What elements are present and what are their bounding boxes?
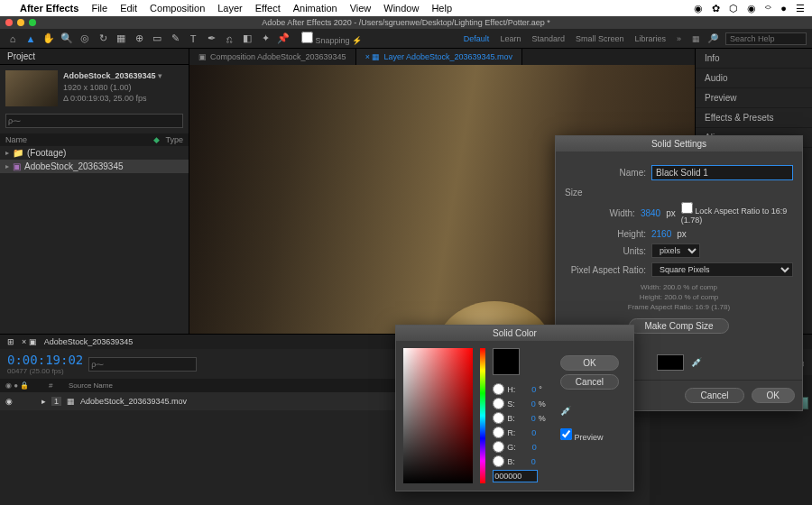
- stamp-tool-icon[interactable]: ⎌: [222, 32, 236, 46]
- render-queue-icon[interactable]: ⊞: [7, 337, 14, 346]
- tab-composition[interactable]: ▣ Composition AdobeStock_203639345: [189, 49, 356, 65]
- color-swatch[interactable]: [657, 354, 684, 371]
- camera-tool-icon[interactable]: ▦: [114, 32, 128, 46]
- units-select[interactable]: pixels: [651, 243, 700, 258]
- hue-slider[interactable]: [480, 348, 485, 483]
- menu-effect[interactable]: Effect: [255, 3, 281, 14]
- menu-layer[interactable]: Layer: [217, 3, 243, 14]
- minimize-icon[interactable]: [17, 19, 24, 26]
- ok-button[interactable]: OK: [752, 388, 795, 403]
- menu-composition[interactable]: Composition: [150, 3, 205, 14]
- menu-view[interactable]: View: [350, 3, 372, 14]
- menu-file[interactable]: File: [91, 3, 107, 14]
- selection-tool-icon[interactable]: ▲: [23, 32, 38, 46]
- panel-preview[interactable]: Preview: [696, 88, 812, 108]
- roto-tool-icon[interactable]: ✦: [258, 32, 272, 46]
- workspace-standard[interactable]: Standard: [531, 34, 565, 43]
- panel-effects-presets[interactable]: Effects & Presets: [696, 108, 812, 128]
- pen-tool-icon[interactable]: ✎: [168, 32, 182, 46]
- app-menu[interactable]: After Effects: [20, 3, 78, 14]
- shape-tool-icon[interactable]: ▭: [150, 32, 164, 46]
- brush-tool-icon[interactable]: ✒: [204, 32, 218, 46]
- height-input[interactable]: 2160: [651, 229, 671, 239]
- col-name[interactable]: Name: [5, 135, 153, 144]
- g-radio[interactable]: [493, 441, 504, 453]
- timeline-search-input[interactable]: [88, 357, 197, 372]
- h-radio[interactable]: [493, 383, 504, 395]
- close-icon[interactable]: [5, 19, 13, 26]
- wifi-icon[interactable]: ◉: [747, 3, 756, 14]
- workspace-learn[interactable]: Learn: [500, 34, 521, 43]
- tab-layer[interactable]: × ▦ Layer AdobeStock_203639345.mov: [356, 49, 522, 65]
- menu-window[interactable]: Window: [383, 3, 419, 14]
- h-value[interactable]: 0: [518, 385, 536, 394]
- hex-input[interactable]: [493, 470, 538, 482]
- color-field[interactable]: [403, 348, 473, 483]
- cancel-button[interactable]: Cancel: [560, 374, 619, 390]
- lock-aspect-checkbox[interactable]: [681, 202, 693, 214]
- current-timecode[interactable]: 0:00:19:02: [7, 353, 83, 367]
- spotlight-icon[interactable]: ☰: [796, 3, 805, 14]
- cancel-button[interactable]: Cancel: [685, 388, 743, 403]
- eraser-tool-icon[interactable]: ◧: [240, 32, 254, 46]
- bl-radio[interactable]: [493, 455, 504, 467]
- ok-button[interactable]: OK: [560, 355, 619, 371]
- workspace-small[interactable]: Small Screen: [576, 34, 624, 43]
- twirl-icon[interactable]: ▸: [42, 397, 46, 406]
- r-value[interactable]: 0: [518, 428, 536, 437]
- project-filter-input[interactable]: [5, 114, 183, 128]
- snapping-checkbox[interactable]: [301, 32, 313, 43]
- workspace-overflow-icon[interactable]: »: [677, 34, 681, 43]
- menu-animation[interactable]: Animation: [293, 3, 337, 14]
- panel-info[interactable]: Info: [696, 49, 812, 69]
- project-row-footage[interactable]: ▸📁 (Footage): [0, 146, 189, 160]
- text-tool-icon[interactable]: T: [186, 32, 200, 46]
- b-value[interactable]: 0: [518, 414, 536, 423]
- project-row-comp[interactable]: ▸▣ AdobeStock_203639345: [0, 160, 189, 173]
- search-help-input[interactable]: [725, 32, 807, 45]
- par-select[interactable]: Square Pixels: [651, 262, 793, 277]
- orbit-tool-icon[interactable]: ◎: [78, 32, 92, 46]
- solid-name-input[interactable]: [651, 165, 793, 180]
- preview-checkbox[interactable]: [560, 428, 572, 440]
- asset-thumbnail[interactable]: [5, 70, 58, 106]
- make-comp-size-button[interactable]: Make Comp Size: [629, 318, 728, 334]
- puppet-tool-icon[interactable]: 📌: [276, 32, 291, 46]
- bl-value[interactable]: 0: [518, 457, 536, 466]
- anchor-tool-icon[interactable]: ⊕: [132, 32, 146, 46]
- workspace-libraries[interactable]: Libraries: [634, 34, 666, 43]
- home-icon[interactable]: ⌂: [5, 32, 20, 46]
- panel-audio[interactable]: Audio: [696, 69, 812, 88]
- frame-info: 00477 (25.00 fps): [7, 367, 83, 375]
- color-preview: [493, 348, 520, 375]
- wifi2-icon[interactable]: ⌔: [765, 3, 771, 14]
- dropbox-icon[interactable]: ⬡: [729, 3, 738, 14]
- hand-tool-icon[interactable]: ✋: [42, 32, 56, 46]
- macos-menubar: After Effects File Edit Composition Laye…: [0, 0, 812, 16]
- b-radio[interactable]: [493, 412, 504, 424]
- cc-icon[interactable]: ◉: [694, 3, 703, 14]
- eyedropper-icon[interactable]: 💉: [691, 357, 702, 367]
- col-type[interactable]: Type: [165, 135, 183, 144]
- eyedropper-icon[interactable]: 💉: [560, 406, 619, 416]
- width-input[interactable]: 3840: [641, 208, 660, 218]
- siri-icon[interactable]: ●: [780, 3, 787, 14]
- zoom-icon[interactable]: [29, 19, 36, 26]
- r-radio[interactable]: [493, 427, 504, 438]
- menu-edit[interactable]: Edit: [120, 3, 137, 14]
- sync-icon[interactable]: ✿: [712, 3, 720, 14]
- visibility-icon[interactable]: ◉: [5, 397, 13, 406]
- workspace-default[interactable]: Default: [464, 34, 490, 43]
- toolbar: ⌂ ▲ ✋ 🔍 ◎ ↻ ▦ ⊕ ▭ ✎ T ✒ ⎌ ◧ ✦ 📌 Snapping…: [0, 29, 812, 49]
- g-value[interactable]: 0: [519, 443, 537, 452]
- timeline-tab[interactable]: AdobeStock_203639345: [44, 337, 134, 346]
- project-tab[interactable]: Project: [0, 49, 189, 65]
- s-radio[interactable]: [493, 398, 504, 409]
- rotate-tool-icon[interactable]: ↻: [96, 32, 110, 46]
- workspace-menu-icon[interactable]: ▦: [692, 34, 700, 43]
- snapping-label: Snapping: [316, 36, 350, 45]
- col-tag-icon[interactable]: ◆: [153, 135, 160, 144]
- s-value[interactable]: 0: [518, 399, 536, 409]
- zoom-tool-icon[interactable]: 🔍: [60, 32, 74, 46]
- menu-help[interactable]: Help: [431, 3, 452, 14]
